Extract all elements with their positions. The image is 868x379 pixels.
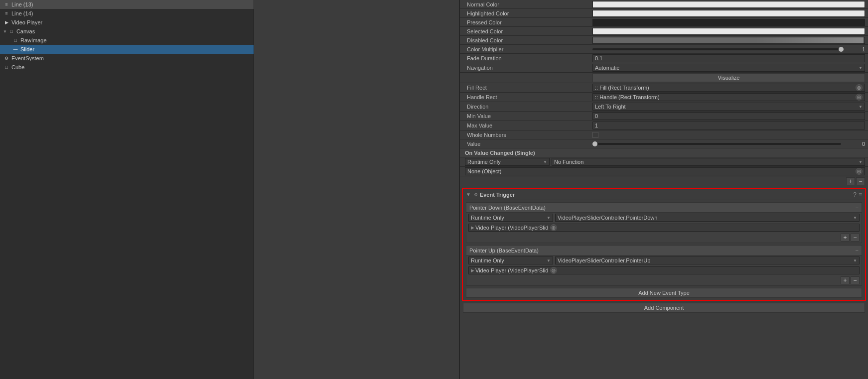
navigation-value-container[interactable]: Automatic ▼ [592,64,865,72]
pointer-down-runtime-dropdown[interactable]: Runtime Only ▼ [468,214,553,222]
normal-color-value[interactable] [592,1,865,8]
none-object-text: None (Object) [467,168,501,174]
max-value-label: Max Value [463,123,592,128]
object-icon: ▶ [471,268,474,273]
whole-numbers-checkbox[interactable] [592,132,598,138]
whole-numbers-value-container[interactable] [592,132,865,138]
event-trigger-title: Event Trigger [480,192,515,198]
color-multiplier-slider[interactable] [592,48,841,50]
navigation-dropdown[interactable]: Automatic ▼ [592,64,865,72]
value-container[interactable]: 0 [592,141,865,147]
selected-color-field[interactable] [592,28,865,35]
runtime-only-dropdown[interactable]: Runtime Only ▼ [465,158,550,166]
pointer-down-runtime-label: Runtime Only [471,215,504,221]
hierarchy-item-line13[interactable]: ≡ Line (13) [0,0,254,9]
visualize-button[interactable]: Visualize [592,73,865,82]
none-object-field[interactable]: None (Object) ◎ [465,167,865,175]
direction-dropdown[interactable]: Left To Right ▼ [592,103,865,111]
add-new-event-type-button[interactable]: Add New Event Type [466,288,862,298]
fade-duration-input[interactable]: 0.1 [592,54,865,62]
value-label: Value [463,141,592,147]
none-object-pick-icon[interactable]: ◎ [856,168,863,175]
hierarchy-item-canvas[interactable]: ▼ □ Canvas [0,27,254,36]
pointer-down-remove-button[interactable]: − [851,234,860,242]
chevron-down-icon: ▼ [547,258,551,263]
pointer-down-collapse[interactable]: − [856,205,859,211]
fill-rect-value-container[interactable]: :: Fill (Rect Transform) ◎ [592,84,865,92]
min-value-container[interactable]: 0 [592,112,865,120]
highlighted-color-field[interactable] [592,10,865,17]
hierarchy-item-eventsystem[interactable]: ⚙ EventSystem [0,54,254,63]
pointer-up-runtime-label: Runtime Only [471,257,504,263]
pointer-up-func-dropdown[interactable]: VideoPlayerSliderController.PointerUp ▼ [555,256,860,264]
add-entry-button[interactable]: + [846,177,855,185]
pointer-down-obj-pick-icon[interactable]: ◎ [550,224,557,231]
disabled-color-value[interactable] [592,37,865,44]
hierarchy-item-line14[interactable]: ≡ Line (14) [0,9,254,18]
pointer-down-add-button[interactable]: + [841,234,850,242]
direction-dropdown-label: Left To Right [595,104,626,110]
handle-rect-pick-icon[interactable]: ◎ [856,94,863,101]
line-icon: ≡ [3,10,10,17]
hierarchy-panel: ≡ Line (13) ≡ Line (14) ▶ Video Player ▼… [0,0,254,379]
handle-rect-field[interactable]: :: Handle (Rect Transform) ◎ [592,93,865,101]
direction-value-container[interactable]: Left To Right ▼ [592,103,865,111]
chevron-down-icon: ▼ [859,66,863,70]
pointer-up-add-button[interactable]: + [841,276,850,284]
hierarchy-item-label: Video Player [11,19,42,25]
value-slider[interactable] [592,143,841,145]
pointer-up-func-label: VideoPlayerSliderController.PointerUp [558,257,650,263]
highlighted-color-label: Highlighted Color [463,10,592,16]
max-value-input[interactable]: 1 [592,122,865,129]
navigation-row: Navigation Automatic ▼ [460,63,868,73]
fade-duration-value-container[interactable]: 0.1 [592,54,865,62]
pointer-down-func-dropdown[interactable]: VideoPlayerSliderController.PointerDown … [555,214,860,222]
pointer-up-obj-pick-icon[interactable]: ◎ [550,267,557,274]
color-multiplier-value-container[interactable]: 1 [592,46,865,52]
min-value-input[interactable]: 0 [592,112,865,120]
add-component-button[interactable]: Add Component [463,303,865,313]
hierarchy-item-cube[interactable]: □ Cube [0,63,254,72]
fill-rect-pick-icon[interactable]: ◎ [856,84,863,91]
pointer-down-entry: Pointer Down (BaseEventData) − Runtime O… [466,202,862,243]
pointer-up-remove-button[interactable]: − [851,276,860,284]
visualize-row: Visualize [460,73,868,83]
fill-rect-field[interactable]: :: Fill (Rect Transform) ◎ [592,84,865,92]
normal-color-field[interactable] [592,1,865,8]
value-thumb[interactable] [592,141,597,146]
fade-duration-row: Fade Duration 0.1 [460,54,868,63]
pointer-down-header: Pointer Down (BaseEventData) − [466,203,862,213]
pressed-color-value[interactable] [592,19,865,26]
pointer-down-obj-field[interactable]: ▶ Video Player (VideoPlayerSlid ◎ [468,224,860,232]
help-icon[interactable]: ? [853,191,857,198]
max-value-container[interactable]: 1 [592,122,865,129]
remove-entry-button[interactable]: − [856,177,865,185]
hierarchy-item-videoplayer[interactable]: ▶ Video Player [0,18,254,27]
pressed-color-field[interactable] [592,19,865,26]
color-multiplier-thumb[interactable] [839,47,844,52]
max-value-row: Max Value 1 [460,121,868,130]
pointer-up-obj-field[interactable]: ▶ Video Player (VideoPlayerSlid ◎ [468,266,860,274]
event-trigger-icon: ▼ [466,192,471,197]
pointer-up-entry: Pointer Up (BaseEventData) − Runtime Onl… [466,245,862,286]
pointer-up-runtime-dropdown[interactable]: Runtime Only ▼ [468,256,553,264]
settings-icon[interactable]: ≡ [859,191,862,198]
pointer-up-obj-text: Video Player (VideoPlayerSlid [475,267,548,273]
visualize-button-container[interactable]: Visualize [592,73,865,82]
highlighted-color-value[interactable] [592,10,865,17]
selected-color-label: Selected Color [463,28,592,34]
disabled-color-label: Disabled Color [463,37,592,43]
hierarchy-item-label: Slider [20,46,34,52]
selected-color-value[interactable] [592,28,865,35]
no-function-dropdown[interactable]: No Function ▼ [552,158,865,166]
runtime-only-label: Runtime Only [467,159,501,165]
navigation-label: Navigation [463,65,592,71]
hierarchy-item-rawimage[interactable]: □ RawImage [0,36,254,45]
selected-color-row: Selected Color [460,27,868,36]
handle-rect-text: :: Handle (Rect Transform) [595,94,660,100]
pointer-up-collapse[interactable]: − [856,248,859,253]
pressed-color-label: Pressed Color [463,19,592,25]
handle-rect-value-container[interactable]: :: Handle (Rect Transform) ◎ [592,93,865,101]
hierarchy-item-label: Cube [11,64,24,70]
hierarchy-item-slider[interactable]: — Slider [0,45,254,54]
